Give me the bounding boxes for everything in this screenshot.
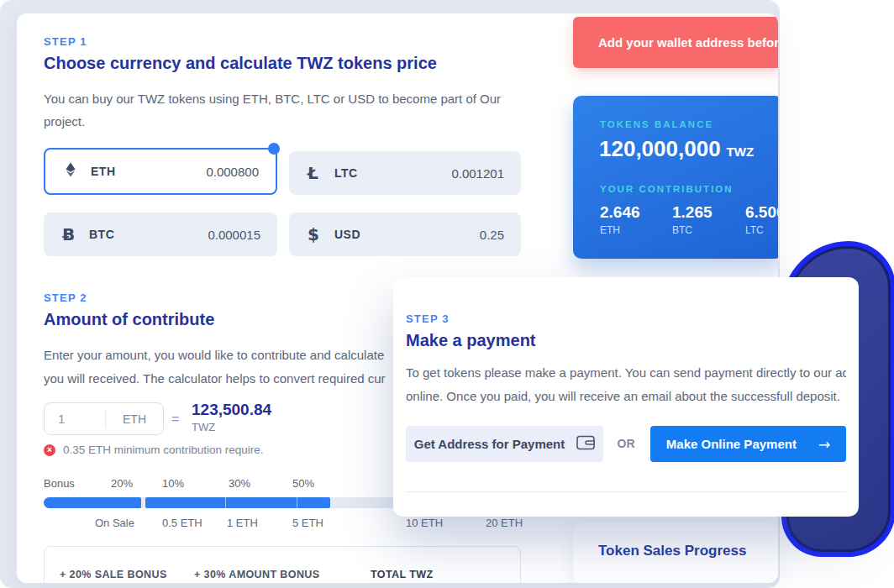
buy-tokens-page: STEP 1 Choose currency and calculate TWZ… xyxy=(0,0,894,588)
currency-rate: 0.000015 xyxy=(208,228,260,242)
total-twz: TOTAL TWZ xyxy=(371,569,433,580)
selected-dot xyxy=(268,143,280,155)
bar-fill-segment xyxy=(44,497,141,508)
bonus-percent: 10% xyxy=(162,477,184,490)
bonus-percent: 20% xyxy=(111,477,133,490)
litecoin-icon: Ł xyxy=(308,163,326,183)
amount-input-group: ETH xyxy=(44,402,164,435)
token-sales-progress-title: Token Sales Progress xyxy=(598,543,746,559)
or-separator: OR xyxy=(613,437,639,450)
currency-rate: 0.000800 xyxy=(206,165,259,179)
step3-label: STEP 3 xyxy=(406,312,450,325)
wallet-alert-banner[interactable]: Add your wallet address before buy xyxy=(573,17,778,68)
get-address-button[interactable]: Get Address for Payment xyxy=(406,426,603,462)
bar-milestone: On Sale xyxy=(95,517,134,529)
bonus-percent: 50% xyxy=(292,477,314,490)
currency-code: BTC xyxy=(89,228,114,241)
min-contribution-error: × 0.35 ETH minimum contribution require. xyxy=(44,444,264,456)
amount-bonus: + 30% AMOUNT BONUS xyxy=(194,569,319,580)
make-payment-modal: STEP 3 Make a payment To get tokens plea… xyxy=(393,277,859,517)
currency-card-usd[interactable]: $ USD 0.25 xyxy=(289,213,521,256)
wallet-icon xyxy=(576,435,595,453)
contribution-btc: 1.265 BTC xyxy=(672,203,713,236)
bonus-summary-box: + 20% SALE BONUS + 30% AMOUNT BONUS TOTA… xyxy=(44,546,521,583)
result-value: 123,500.84 xyxy=(192,401,271,419)
sale-bonus: + 20% SALE BONUS xyxy=(60,569,167,580)
amount-input[interactable] xyxy=(45,412,105,426)
step1-description: You can buy our TWZ tokens using ETH, BT… xyxy=(44,87,531,133)
dollar-icon: $ xyxy=(308,224,326,244)
currency-code: LTC xyxy=(334,166,358,180)
tokens-balance-value: 120,000,000TWZ xyxy=(599,136,754,162)
currency-card-ltc[interactable]: Ł LTC 0.001201 xyxy=(289,151,521,195)
tokens-balance-label: TOKENS BALANCE xyxy=(600,119,713,129)
step1-label: STEP 1 xyxy=(44,35,87,48)
bonus-label: Bonus xyxy=(44,477,75,490)
modal-divider xyxy=(406,491,846,492)
bonus-percent: 30% xyxy=(229,477,250,490)
bar-milestone: 0.5 ETH xyxy=(162,517,202,529)
step3-description: To get tokens please make a payment. You… xyxy=(406,361,846,408)
step2-title: Amount of contribute xyxy=(44,310,214,329)
currency-card-eth[interactable]: ETH 0.000800 xyxy=(44,148,277,195)
contribution-ltc: 6.500 LTC xyxy=(745,203,778,236)
currency-rate: 0.25 xyxy=(480,228,504,242)
tokens-balance-card: TOKENS BALANCE 120,000,000TWZ YOUR CONTR… xyxy=(573,96,778,259)
bar-milestone: 20 ETH xyxy=(486,517,523,529)
currency-card-btc[interactable]: Ƀ BTC 0.000015 xyxy=(44,213,277,256)
make-online-payment-button[interactable]: Make Online Payment → xyxy=(650,426,846,462)
result-unit: TWZ xyxy=(192,421,215,433)
contribution-label: YOUR CONTRIBUTION xyxy=(600,184,734,194)
ethereum-icon xyxy=(64,161,82,181)
bitcoin-icon: Ƀ xyxy=(62,224,81,244)
bar-milestone: 10 ETH xyxy=(406,517,443,529)
token-sales-progress-card: Token Sales Progress xyxy=(573,522,778,583)
bar-fill-segment xyxy=(145,497,330,508)
currency-code: ETH xyxy=(91,165,116,178)
bar-tick xyxy=(225,497,226,508)
contribution-eth: 2.646 ETH xyxy=(600,203,640,236)
currency-code: USD xyxy=(334,228,360,241)
equals-sign: = xyxy=(171,412,179,427)
step1-title: Choose currency and calculate TWZ tokens… xyxy=(44,54,437,73)
currency-rate: 0.001201 xyxy=(451,166,504,181)
amount-unit: ETH xyxy=(106,412,163,426)
arrow-right-icon: → xyxy=(818,436,830,453)
bar-tick xyxy=(297,497,297,508)
step3-title: Make a payment xyxy=(406,331,536,350)
bar-milestone: 1 ETH xyxy=(227,517,258,529)
step2-label: STEP 2 xyxy=(44,291,87,304)
error-icon: × xyxy=(44,444,55,456)
bar-milestone: 5 ETH xyxy=(292,517,323,529)
